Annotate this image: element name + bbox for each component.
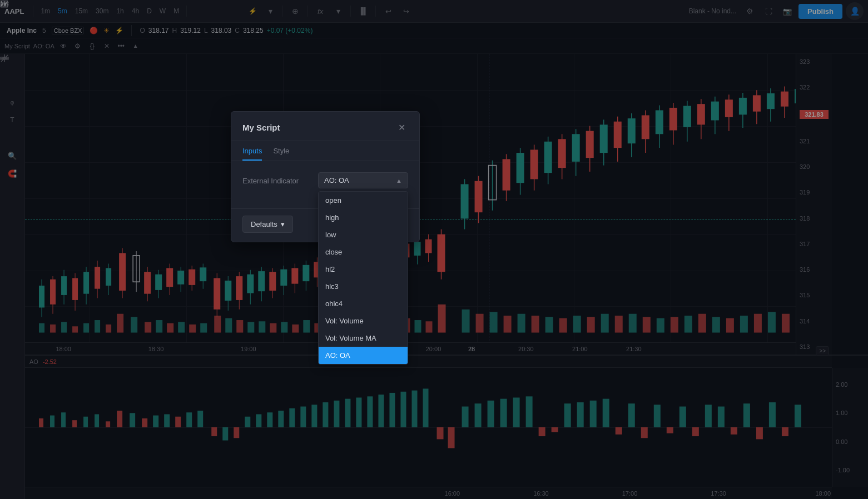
modal-title: My Script [242,123,280,132]
modal-tabs: Inputs Style [231,141,419,161]
option-hl2[interactable]: hl2 [319,261,408,278]
tab-inputs[interactable]: Inputs [242,141,262,161]
close-icon: ✕ [398,122,405,133]
option-open[interactable]: open [319,192,408,209]
my-script-dialog: My Script ✕ Inputs Style External Indica… [231,111,420,242]
dropdown-toggle[interactable]: AO: OA ▲ [318,172,408,188]
chevron-up-icon: ▲ [396,177,402,184]
external-indicator-row: External Indicator AO: OA ▲ open high lo… [242,172,408,188]
modal-body: External Indicator AO: OA ▲ open high lo… [231,161,419,208]
option-vol-volume[interactable]: Vol: Volume [319,312,408,330]
modal-header: My Script ✕ [231,112,419,141]
modal-overlay [0,0,868,499]
option-vol-volume-ma[interactable]: Vol: Volume MA [319,330,408,347]
external-indicator-label: External Indicator [242,172,309,185]
external-indicator-dropdown: AO: OA ▲ open high low close [318,172,408,188]
option-ao-oa[interactable]: AO: OA [319,347,408,364]
option-high[interactable]: high [319,209,408,226]
option-ohlc4[interactable]: ohlc4 [319,295,408,312]
chevron-down-icon: ▾ [281,220,285,228]
modal-close-button[interactable]: ✕ [395,121,408,134]
dropdown-value: AO: OA [324,176,349,184]
tab-style[interactable]: Style [273,141,289,161]
option-hlc3[interactable]: hlc3 [319,278,408,295]
defaults-button[interactable]: Defaults ▾ [242,216,293,233]
dropdown-menu: open high low close hl2 hlc3 [318,191,408,365]
option-low[interactable]: low [319,226,408,243]
option-close[interactable]: close [319,243,408,261]
